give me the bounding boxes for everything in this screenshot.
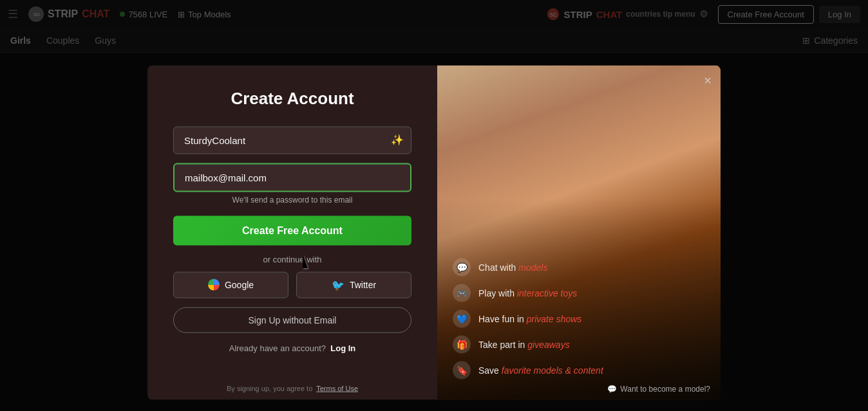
already-have-account: Already have an account? Log In: [229, 343, 356, 352]
terms-link[interactable]: Terms of Use: [316, 384, 358, 392]
become-model-badge[interactable]: 💬 Want to become a model?: [607, 384, 710, 393]
email-field-group: We'll send a password to this email: [173, 163, 411, 204]
become-model-text: Want to become a model?: [620, 384, 710, 393]
toys-icon: 🎮: [453, 284, 471, 302]
promo-item-private: 💙 Have fun in private shows: [453, 309, 705, 327]
chat-icon: 💬: [453, 258, 471, 276]
email-hint: We'll send a password to this email: [173, 195, 411, 204]
create-free-account-button[interactable]: Create Free Account: [173, 215, 411, 245]
modal-footer: By signing up, you agree to Terms of Use: [147, 384, 437, 392]
modal-container: × Create Account ✨ We'll send a password…: [147, 65, 721, 399]
google-label: Google: [225, 280, 254, 290]
footer-text: By signing up, you agree to: [227, 384, 312, 392]
promo-item-chat: 💬 Chat with models: [453, 258, 705, 276]
login-link[interactable]: Log In: [330, 343, 355, 352]
twitter-label: Twitter: [350, 280, 376, 290]
signup-without-email-button[interactable]: Sign Up without Email: [173, 307, 411, 333]
google-signup-button[interactable]: Google: [173, 271, 288, 298]
username-field-group: ✨: [173, 126, 411, 154]
modal-promo-panel: 💬 Chat with models 🎮 Play with interacti…: [437, 65, 721, 399]
modal-close-button[interactable]: ×: [704, 73, 712, 87]
or-continue-text: or continue with: [263, 254, 321, 264]
modal-title: Create Account: [231, 88, 354, 108]
promo-list: 💬 Chat with models 🎮 Play with interacti…: [437, 258, 721, 387]
already-text-label: Already have an account?: [229, 343, 326, 352]
username-input-wrapper: ✨: [173, 126, 411, 154]
modal-form-panel: Create Account ✨ We'll send a password t…: [147, 65, 437, 399]
social-buttons-group: Google 🐦 Twitter: [173, 271, 411, 298]
promo-item-giveaways: 🎁 Take part in giveaways: [453, 335, 705, 353]
heart-icon: 💙: [453, 309, 471, 327]
username-input[interactable]: [173, 126, 411, 154]
promo-item-favorites: 🔖 Save favorite models & content: [453, 361, 705, 379]
gift-icon: 🎁: [453, 335, 471, 353]
twitter-icon: 🐦: [332, 279, 344, 291]
email-input-wrapper: [173, 163, 411, 192]
google-icon: [208, 279, 220, 291]
twitter-signup-button[interactable]: 🐦 Twitter: [296, 271, 411, 298]
promo-item-toys: 🎮 Play with interactive toys: [453, 284, 705, 302]
wand-icon: ✨: [391, 134, 404, 146]
email-input[interactable]: [173, 163, 411, 192]
become-model-icon: 💬: [607, 384, 617, 393]
bookmark-icon: 🔖: [453, 361, 471, 379]
